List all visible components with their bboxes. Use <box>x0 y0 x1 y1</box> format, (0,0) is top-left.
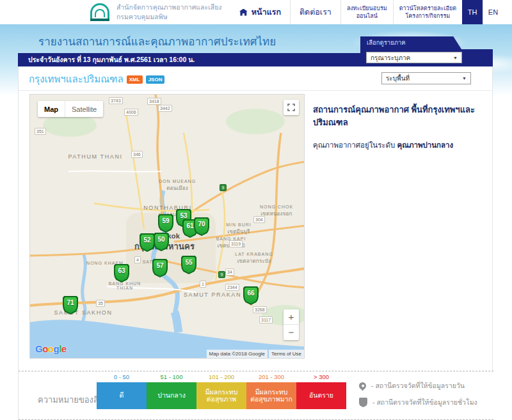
station-legend-hourly: - สถานีตรวจวัดที่ให้ข้อมูลรายชั่วโมง <box>359 397 477 408</box>
top-header: สำนักจัดการคุณภาพอากาศและเสียง กรมควบคุม… <box>0 0 512 24</box>
region-panel: เลือกดูรายภาค กรุณาระบุภาค ▼ <box>360 36 493 66</box>
road-label: 3119 <box>229 240 243 247</box>
region-select[interactable]: กรุณาระบุภาค ▼ <box>366 52 462 63</box>
station-daily-label: - สถานีตรวจวัดที่ให้ข้อมูลรายวัน <box>371 380 465 391</box>
map-data-text: Map data ©2018 Google <box>207 350 268 358</box>
road-label: 351 <box>35 128 46 135</box>
brand-line2: กรมควบคุมมลพิษ <box>116 12 221 21</box>
zoom-out-button[interactable]: − <box>284 325 299 340</box>
aqi-value: 57 <box>152 262 168 269</box>
road-label: 3442 <box>158 105 172 112</box>
legend-range: 0 - 50 <box>97 373 147 380</box>
zoom-in-button[interactable]: + <box>284 309 299 325</box>
aqi-marker[interactable]: 50 <box>154 233 169 252</box>
legend-block-moderate: ปานกลาง <box>147 382 196 409</box>
aqi-marker[interactable]: 55 <box>181 256 196 275</box>
aqi-value: 50 <box>154 236 169 243</box>
map-type-satellite-button[interactable]: Satellite <box>65 101 103 117</box>
legend-block-good: ดี <box>97 382 147 409</box>
page-title: รายงานสถานการณ์และคุณภาพอากาศประเทศไทย <box>38 33 276 50</box>
region-tab: เลือกดูรายภาค <box>360 36 461 49</box>
fullscreen-button[interactable] <box>284 100 299 115</box>
section-title: กรุงเทพฯและปริมณฑล <box>29 72 124 87</box>
road-label: 1 <box>200 281 206 288</box>
map-area-label: SAMUT SAKHON <box>48 309 118 316</box>
aqi-value: 63 <box>114 267 129 274</box>
motorway-shield: 9 <box>220 184 227 191</box>
terms-of-use-link[interactable]: Terms of Use <box>269 350 304 358</box>
road-label: 4 <box>134 256 141 263</box>
aqi-value: 70 <box>194 221 209 228</box>
air4thai-page: สำนักจัดการคุณภาพอากาศและเสียง กรมควบคุม… <box>0 0 512 420</box>
station-hourly-label: - สถานีตรวจวัดที่ให้ข้อมูลรายชั่วโมง <box>372 397 477 408</box>
aqi-value: 66 <box>243 290 259 297</box>
fullscreen-icon <box>287 104 295 111</box>
home-icon <box>239 9 248 16</box>
legend-range: 101 - 200 <box>196 373 246 380</box>
map-area-label: PATHUM THANI <box>57 153 134 160</box>
chevron-down-icon: ▼ <box>462 76 467 81</box>
brand[interactable]: สำนักจัดการคุณภาพอากาศและเสียง กรมควบคุม… <box>88 2 221 22</box>
station-legend-daily: - สถานีตรวจวัดที่ให้ข้อมูลรายวัน <box>359 380 465 391</box>
aqi-marker[interactable]: 63 <box>114 264 129 283</box>
main-nav: หน้าแรก ติดต่อเรา ลงทะเบียนอบรม ออนไลน์ … <box>230 0 503 24</box>
nav-register-line1: ลงทะเบียนอบรม <box>347 4 387 12</box>
legend-range: 201 - 300 <box>246 373 296 380</box>
legend-block-unhealthy: มีผลกระทบต่อสุขภาพ <box>196 382 246 409</box>
aqi-value: 55 <box>181 259 196 266</box>
section-header: กรุงเทพฯและปริมณฑล XML JSON <box>29 72 164 87</box>
road-label: 34 <box>225 268 234 276</box>
road-label: 346 <box>131 151 143 158</box>
summary-body: คุณภาพอากาศอยู่ในระดับ คุณภาพปานกลาง <box>313 139 484 151</box>
lang-th-button[interactable]: TH <box>462 0 483 24</box>
legend-block-hazardous: อันตราย <box>296 382 346 409</box>
nav-contact[interactable]: ติดต่อเรา <box>290 0 340 24</box>
nav-download-line1: ดาวน์โหลดรายละเอียด <box>399 4 456 12</box>
aqi-marker[interactable]: 57 <box>152 259 168 278</box>
aqi-marker[interactable]: 71 <box>63 296 78 315</box>
map-type-control: Map Satellite <box>38 101 103 117</box>
region-select-value: กรุณาระบุภาค <box>371 53 410 63</box>
road-label: 4006 <box>124 109 138 116</box>
nav-register-line2: ออนไลน์ <box>356 12 378 20</box>
aqi-value: 52 <box>140 237 155 244</box>
google-logo[interactable]: Google <box>35 343 67 354</box>
xml-badge[interactable]: XML <box>127 75 143 84</box>
aqi-value: 59 <box>158 217 173 224</box>
aqi-marker[interactable]: 70 <box>194 217 209 237</box>
legend-range: 51 - 100 <box>147 373 196 380</box>
area-select-value: ระบุพื้นที่ <box>386 74 410 83</box>
road-label: 2344 <box>225 284 239 291</box>
map-area-label: DON MUEANGดอนเมือง <box>158 179 196 192</box>
nav-home[interactable]: หน้าแรก <box>230 0 290 24</box>
road-label: 3268 <box>253 306 267 313</box>
road-label: 3117 <box>259 316 273 323</box>
map-type-map-button[interactable]: Map <box>38 101 65 117</box>
summary-body-level: คุณภาพปานกลาง <box>397 141 454 149</box>
aqi-marker[interactable]: 66 <box>243 286 259 306</box>
google-map[interactable]: PATHUM THANI DON MUEANGดอนเมือง NONTHABU… <box>29 94 305 359</box>
nav-download[interactable]: ดาวน์โหลดรายละเอียด โครงการ/กิจกรรม <box>393 0 462 24</box>
region-tab-body: กรุณาระบุภาค ▼ <box>360 49 493 66</box>
road-label: 3418 <box>147 98 161 105</box>
json-badge[interactable]: JSON <box>146 75 165 84</box>
nav-register[interactable]: ลงทะเบียนอบรม ออนไลน์ <box>340 0 393 24</box>
summary-heading: สถานการณ์คุณภาพอากาศ พื้นที่กรุงเทพฯและป… <box>313 104 484 129</box>
area-select[interactable]: ระบุพื้นที่ ▼ <box>381 72 471 84</box>
map-zoom-control: + − <box>284 309 299 340</box>
aq-summary: สถานการณ์คุณภาพอากาศ พื้นที่กรุงเทพฯและป… <box>313 104 484 151</box>
legend-range: > 300 <box>296 373 346 380</box>
color-legend: ความหมายของสี 0 - 50 51 - 100 101 - 200 … <box>19 371 493 420</box>
map-attribution: Map data ©2018 Google Terms of Use <box>207 350 304 358</box>
aqi-marker[interactable]: 52 <box>140 233 155 253</box>
lang-en-button[interactable]: EN <box>483 0 503 24</box>
aqi-value: 53 <box>176 212 191 219</box>
road-label: 3743 <box>109 97 123 104</box>
legend-block-very-unhealthy: มีผลกระทบต่อสุขภาพมาก <box>246 382 296 409</box>
road-label: 35 <box>96 300 105 307</box>
pcd-logo-icon <box>88 2 111 22</box>
nav-download-line2: โครงการ/กิจกรรม <box>405 12 450 20</box>
pin-icon <box>358 381 368 391</box>
content-panel: กรุงเทพฯและปริมณฑล XML JSON ระบุพื้นที่ … <box>18 66 493 420</box>
aqi-marker[interactable]: 59 <box>158 214 173 233</box>
